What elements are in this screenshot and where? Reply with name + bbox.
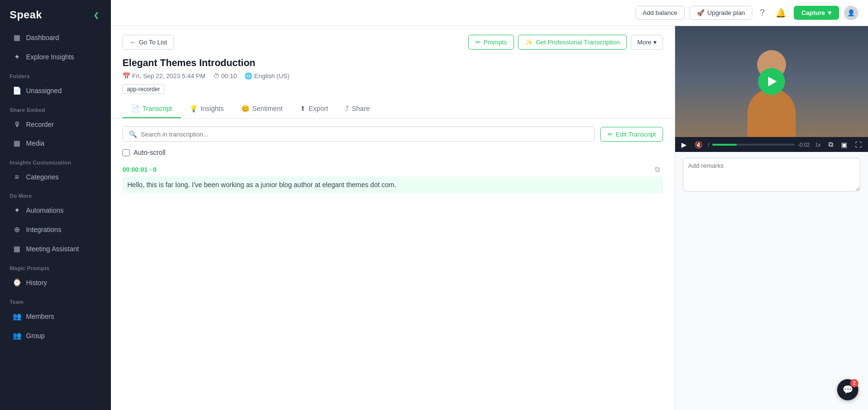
video-time-separator: / [708, 142, 709, 148]
video-screen-button[interactable]: ▣ [839, 139, 850, 150]
sidebar-item-members[interactable]: 👥 Members [3, 307, 108, 326]
sidebar-item-label: Integrations [26, 226, 61, 233]
recording-title: Elegant Themes Introduction [122, 57, 663, 68]
sidebar-item-label: Members [26, 313, 54, 320]
panel-toolbar-right: ✏ Prompts ✨ Get Professional Transcripti… [468, 35, 663, 50]
sidebar: Speak ❮ ▦ Dashboard ✦ Explore Insights F… [0, 0, 111, 410]
copy-segment-button[interactable]: ⧉ [652, 164, 663, 175]
content-row: ← Go To List ✏ Prompts ✨ Get Professiona… [111, 26, 868, 410]
right-panel: ▶ 🔇 / -0:02 1x ⧉ ▣ ⛶ Remark: ∧ [675, 26, 868, 410]
do-more-section-label: Do More [0, 186, 111, 201]
folders-section-label: Folders [0, 67, 111, 81]
sidebar-item-label: History [26, 279, 47, 287]
sidebar-item-categories[interactable]: ≡ Categories [3, 168, 108, 186]
team-section-label: Team [0, 292, 111, 307]
video-speed-button[interactable]: 1x [813, 141, 823, 149]
segment-time: 00:00:01 - 0 [122, 166, 157, 173]
history-icon: ⌚ [13, 278, 21, 287]
video-time-remaining: -0:02 [798, 142, 810, 148]
insights-tab-icon: 💡 [190, 105, 198, 112]
integrations-icon: ⊕ [13, 225, 21, 234]
autoscroll-checkbox[interactable] [122, 149, 130, 156]
sidebar-item-dashboard[interactable]: ▦ Dashboard [3, 28, 108, 47]
date-icon: 📅 [122, 72, 130, 80]
sidebar-logo: Speak ❮ [0, 0, 111, 28]
chat-badge: 2 [850, 379, 858, 387]
upgrade-icon: 🚀 [697, 9, 705, 16]
search-edit-row: 🔍 ✏ Edit Transcript [122, 126, 663, 142]
meeting-assistant-icon: ▦ [13, 245, 21, 253]
recorder-icon: 🎙 [13, 120, 21, 128]
sentiment-tab-icon: 😊 [241, 105, 249, 112]
help-button[interactable]: ? [757, 6, 768, 20]
sidebar-item-integrations[interactable]: ⊕ Integrations [3, 220, 108, 239]
edit-transcript-button[interactable]: ✏ Edit Transcript [600, 127, 663, 142]
video-progress-bar[interactable] [712, 144, 795, 146]
get-transcription-label: Get Professional Transcription [536, 39, 620, 46]
video-progress-fill [712, 144, 737, 146]
play-button[interactable] [758, 68, 785, 95]
add-balance-label: Add balance [643, 9, 678, 16]
tab-sentiment[interactable]: 😊 Sentiment [232, 100, 291, 118]
upgrade-plan-label: Upgrade plan [707, 9, 745, 16]
app-name: Speak [10, 9, 42, 21]
tabs: 📄 Transcript 💡 Insights 😊 Sentiment ⬆ Ex… [122, 100, 663, 118]
sidebar-item-label: Explore Insights [26, 53, 74, 61]
recording-duration: ⏱ 00:10 [213, 72, 237, 80]
sidebar-item-group[interactable]: 👥 Group [3, 327, 108, 345]
sidebar-item-meeting-assistant[interactable]: ▦ Meeting Assistant [3, 240, 108, 258]
help-icon: ? [760, 8, 765, 17]
go-back-arrow-icon: ← [130, 39, 136, 46]
video-fullscreen-button[interactable]: ⛶ [853, 139, 864, 150]
sidebar-item-history[interactable]: ⌚ History [3, 273, 108, 292]
more-chevron-icon: ▾ [653, 39, 657, 46]
prompts-icon: ✏ [475, 39, 481, 46]
notifications-button[interactable]: 🔔 [773, 6, 789, 20]
capture-button[interactable]: Capture ▾ [794, 6, 839, 20]
person-body [747, 89, 796, 137]
tab-export[interactable]: ⬆ Export [291, 100, 337, 118]
get-professional-transcription-button[interactable]: ✨ Get Professional Transcription [518, 35, 627, 50]
sidebar-item-automations[interactable]: ✦ Automations [3, 201, 108, 219]
dashboard-icon: ▦ [13, 33, 21, 42]
tab-insights[interactable]: 💡 Insights [181, 100, 232, 118]
tab-transcript[interactable]: 📄 Transcript [122, 100, 181, 118]
go-to-list-button[interactable]: ← Go To List [122, 35, 174, 50]
search-input[interactable] [141, 131, 588, 138]
video-container: ▶ 🔇 / -0:02 1x ⧉ ▣ ⛶ [675, 26, 868, 137]
sidebar-item-media[interactable]: ▦ Media [3, 134, 108, 152]
edit-transcript-label: Edit Transcript [616, 131, 656, 138]
chat-bubble[interactable]: 💬 2 [837, 379, 858, 400]
main-area: Add balance 🚀 Upgrade plan ? 🔔 Capture ▾… [111, 0, 868, 410]
sidebar-item-explore-insights[interactable]: ✦ Explore Insights [3, 48, 108, 66]
capture-label: Capture [801, 9, 825, 16]
panel-header: ← Go To List ✏ Prompts ✨ Get Professiona… [111, 26, 675, 119]
transcript-segment: 00:00:01 - 0 ⧉ Hello, this is far long. … [122, 164, 663, 193]
sidebar-item-recorder[interactable]: 🎙 Recorder [3, 115, 108, 133]
recording-date: 📅 Fri, Sep 22, 2023 5:44 PM [122, 72, 205, 80]
video-pip-button[interactable]: ⧉ [826, 139, 836, 150]
autoscroll-label: Auto-scroll [134, 149, 165, 156]
share-tab-icon: ⤴ [345, 105, 349, 112]
more-button[interactable]: More ▾ [631, 35, 663, 50]
video-mute-button[interactable]: 🔇 [692, 139, 705, 150]
video-thumbnail [675, 26, 868, 137]
sidebar-item-unassigned[interactable]: 📄 Unassigned [3, 82, 108, 100]
add-balance-button[interactable]: Add balance [636, 6, 685, 20]
sidebar-item-label: Automations [26, 206, 64, 214]
prompts-button[interactable]: ✏ Prompts [468, 35, 514, 50]
tab-share[interactable]: ⤴ Share [337, 100, 378, 118]
explore-insights-icon: ✦ [13, 53, 21, 61]
tag-badge: app-recorder [122, 84, 164, 94]
upgrade-plan-button[interactable]: 🚀 Upgrade plan [690, 6, 752, 20]
capture-chevron-icon: ▾ [828, 9, 831, 16]
avatar[interactable]: 👤 [844, 6, 858, 20]
group-icon: 👥 [13, 331, 21, 340]
play-triangle-icon [768, 77, 777, 86]
sidebar-item-label: Recorder [26, 121, 54, 128]
sidebar-collapse-button[interactable]: ❮ [92, 10, 101, 20]
video-play-button[interactable]: ▶ [679, 139, 689, 150]
sidebar-item-label: Dashboard [26, 34, 59, 41]
remark-textarea[interactable] [683, 158, 860, 191]
recording-language: 🌐 English (US) [244, 72, 289, 80]
